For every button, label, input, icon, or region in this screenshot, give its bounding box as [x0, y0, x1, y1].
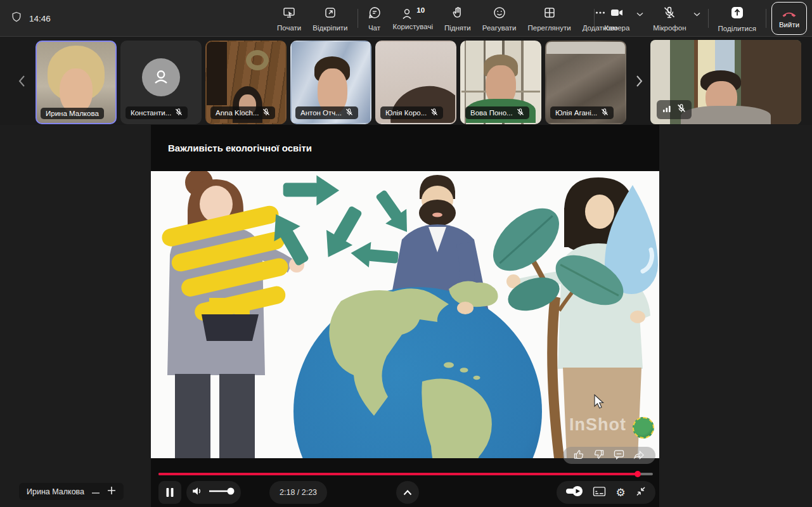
- meeting-toolbar: 14:46 Почати Відкріпити Чат 10 Кори: [0, 0, 812, 37]
- toolbar-separator: [708, 9, 709, 28]
- thumbs-down-icon[interactable]: [593, 449, 604, 462]
- screen-share-icon: [282, 6, 296, 22]
- person-icon: [401, 7, 415, 23]
- shrink-icon[interactable]: [635, 485, 647, 499]
- shared-content-stage: Важливість екологічної освіти: [151, 125, 659, 507]
- participants-button[interactable]: 10 Користувачі: [387, 0, 439, 37]
- participants-count: 10: [416, 6, 425, 14]
- participant-name: Anna Kloch...: [216, 109, 259, 117]
- share-button[interactable]: Поділитися: [712, 0, 762, 37]
- participant-name: Юлія Агані...: [555, 109, 597, 117]
- chat-button[interactable]: Чат: [362, 0, 387, 37]
- mic-muted-icon: [345, 108, 353, 117]
- presenter-badge: Ирина Малкова: [19, 483, 124, 500]
- participant-tile[interactable]: Антон Отч...: [290, 41, 371, 124]
- autoplay-toggle[interactable]: [565, 485, 583, 499]
- video-player-bar: 2:18 / 2:23 ⚙: [151, 458, 659, 507]
- participant-tile[interactable]: Юлія Агані...: [545, 41, 626, 124]
- participant-tile[interactable]: Ирина Малкова: [35, 41, 117, 124]
- unpin-button[interactable]: Відкріпити: [307, 0, 353, 37]
- microphone-muted-icon: [662, 6, 677, 22]
- microphone-options-chevron[interactable]: [692, 0, 704, 37]
- comment-icon[interactable]: [614, 449, 624, 462]
- camera-options-chevron[interactable]: [635, 0, 647, 37]
- raise-hand-button[interactable]: Підняти: [439, 0, 477, 37]
- shared-video-content[interactable]: InShot: [151, 171, 659, 458]
- video-reactions-bar: [563, 447, 655, 464]
- camera-button[interactable]: Камера: [598, 0, 635, 37]
- participant-name: Вова Поно...: [470, 109, 513, 117]
- view-button[interactable]: Переглянути: [522, 0, 577, 37]
- progress-fill: [158, 473, 638, 475]
- add-icon[interactable]: [107, 486, 116, 497]
- player-options: ⚙: [557, 481, 655, 504]
- globe-sticker: [633, 417, 654, 439]
- pause-button[interactable]: [158, 481, 181, 504]
- scroll-left-chevron[interactable]: [15, 72, 28, 90]
- captions-icon[interactable]: [593, 486, 606, 499]
- participant-name: Константи...: [131, 109, 171, 117]
- toolbar-separator: [766, 9, 766, 28]
- mic-muted-icon: [175, 108, 183, 117]
- participant-name: Ирина Малкова: [46, 110, 99, 117]
- settings-gear-icon[interactable]: ⚙: [615, 487, 625, 498]
- seek-bar[interactable]: [158, 473, 653, 475]
- raised-hand-icon: [451, 6, 465, 22]
- participant-tile[interactable]: Константи...: [120, 41, 202, 124]
- microphone-button[interactable]: Мікрофон: [647, 0, 692, 37]
- participants-filmstrip: Ирина Малкова Константи... Anna Kloch...: [0, 37, 812, 125]
- slide-title: Важливість екологічної освіти: [168, 143, 312, 153]
- start-presenting-button[interactable]: Почати: [271, 0, 307, 37]
- smiley-icon: [493, 6, 506, 22]
- volume-slider[interactable]: [208, 487, 236, 498]
- participant-tile[interactable]: Вова Поно...: [460, 41, 541, 124]
- grid-view-icon: [543, 6, 557, 22]
- mic-muted-icon: [430, 108, 438, 117]
- meeting-clock: 14:46: [29, 14, 51, 23]
- participant-name: Антон Отч...: [300, 109, 342, 117]
- presenter-name: Ирина Малкова: [27, 487, 84, 496]
- thumbs-up-icon[interactable]: [574, 449, 584, 462]
- toolbar-separator: [594, 9, 595, 28]
- chat-bubble-icon: [368, 6, 382, 22]
- participant-tile[interactable]: Юлія Коро...: [375, 41, 456, 124]
- participant-tile-large[interactable]: [650, 40, 801, 124]
- inshot-watermark: InShot: [569, 415, 626, 435]
- camera-icon: [609, 6, 624, 22]
- hang-up-icon: [781, 8, 797, 20]
- share-arrow-icon[interactable]: [633, 449, 645, 462]
- participant-tile[interactable]: Anna Kloch...: [205, 41, 287, 124]
- mic-muted-icon: [677, 104, 686, 115]
- speaker-icon: [191, 485, 203, 499]
- mic-muted-icon: [517, 108, 524, 117]
- scroll-right-chevron[interactable]: [633, 72, 645, 90]
- leave-meeting-button[interactable]: Вийти: [771, 2, 807, 35]
- playhead[interactable]: [635, 471, 641, 477]
- react-button[interactable]: Реагувати: [477, 0, 522, 37]
- volume-control[interactable]: [186, 481, 241, 504]
- time-display: 2:18 / 2:23: [269, 481, 327, 504]
- toolbar-separator: [358, 9, 358, 28]
- avatar: [142, 58, 180, 96]
- mouse-cursor: [593, 394, 605, 412]
- mic-muted-icon: [262, 108, 270, 117]
- participant-name: Юлія Коро...: [385, 109, 427, 117]
- share-up-arrow-icon: [730, 5, 745, 23]
- shield-icon: [10, 11, 23, 26]
- collapse-player-chevron[interactable]: [396, 481, 419, 504]
- signal-bars-icon: [662, 104, 671, 115]
- meeting-window: 14:46 Почати Відкріпити Чат 10 Кори: [0, 0, 812, 507]
- slide-header: Важливість екологічної освіти: [151, 125, 659, 171]
- minimize-icon[interactable]: [91, 487, 100, 496]
- pop-out-icon: [323, 6, 337, 22]
- mic-muted-icon: [601, 108, 609, 117]
